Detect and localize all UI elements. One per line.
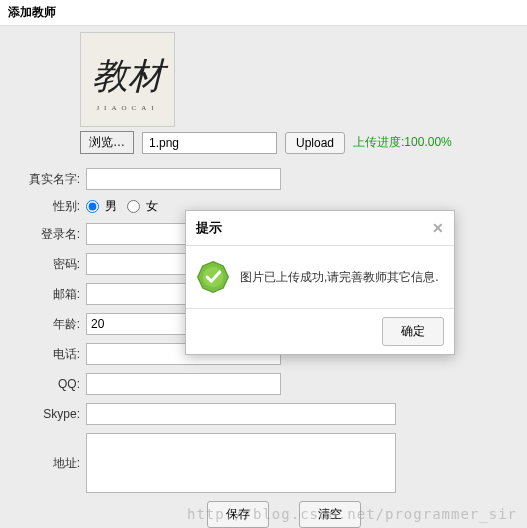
realname-label: 真实名字:: [20, 171, 80, 188]
gender-male-radio[interactable]: [86, 200, 99, 213]
dialog-title: 提示: [196, 219, 222, 237]
watermark-text: http://blog.csdn.net/programmer_sir: [187, 506, 517, 522]
dialog-message: 图片已上传成功,请完善教师其它信息.: [240, 269, 439, 286]
alert-dialog: 提示 ✕ 图片已上传成功,请完善教师其它信息. 确定: [185, 210, 455, 355]
upload-progress: 上传进度:100.00%: [353, 134, 452, 151]
qq-input[interactable]: [86, 373, 281, 395]
close-icon[interactable]: ✕: [432, 220, 444, 236]
upload-row: 浏览… Upload 上传进度:100.00%: [80, 131, 527, 154]
skype-input[interactable]: [86, 403, 396, 425]
gender-radios: 男 女: [86, 198, 158, 215]
gender-male-label: 男: [105, 198, 117, 215]
login-label: 登录名:: [20, 226, 80, 243]
address-label: 地址:: [20, 455, 80, 472]
password-label: 密码:: [20, 256, 80, 273]
browse-button[interactable]: 浏览…: [80, 131, 134, 154]
dialog-ok-button[interactable]: 确定: [382, 317, 444, 346]
gender-female-radio[interactable]: [127, 200, 140, 213]
file-name-field[interactable]: [142, 132, 277, 154]
skype-label: Skype:: [20, 407, 80, 421]
gender-female-label: 女: [146, 198, 158, 215]
age-label: 年龄:: [20, 316, 80, 333]
success-check-icon: [196, 260, 230, 294]
address-textarea[interactable]: [86, 433, 396, 493]
gender-label: 性别:: [20, 198, 80, 215]
upload-button[interactable]: Upload: [285, 132, 345, 154]
qq-label: QQ:: [20, 377, 80, 391]
realname-input[interactable]: [86, 168, 281, 190]
thumb-subtitle: JIAOCAI: [96, 104, 158, 112]
thumb-text: 教材: [92, 58, 164, 94]
image-thumbnail: 教材 JIAOCAI: [80, 32, 175, 127]
page-title: 添加教师: [0, 0, 527, 26]
phone-label: 电话:: [20, 346, 80, 363]
email-label: 邮箱:: [20, 286, 80, 303]
